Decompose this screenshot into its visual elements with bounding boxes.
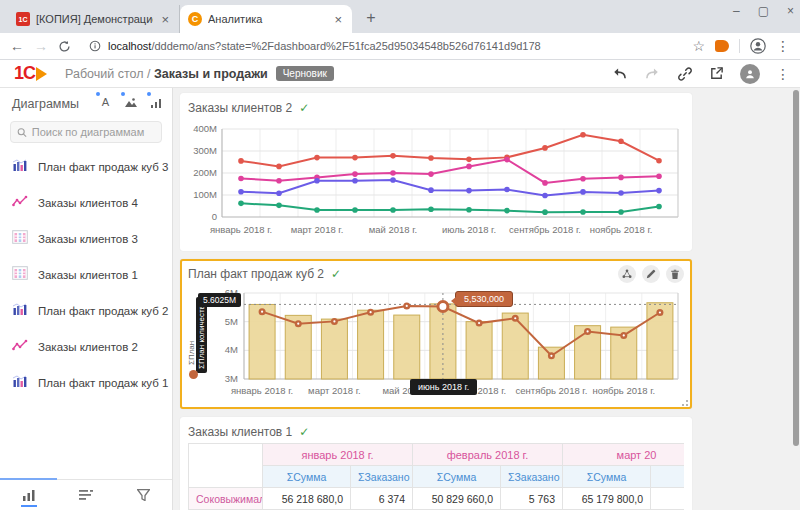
- svg-text:100M: 100M: [193, 189, 217, 200]
- hovered-point[interactable]: [438, 301, 448, 311]
- table-cell: 6 374: [351, 488, 413, 510]
- reload-icon[interactable]: [58, 40, 71, 53]
- svg-text:A: A: [102, 96, 110, 108]
- legend-marker-icon: [189, 370, 198, 379]
- add-image-button[interactable]: [124, 95, 138, 113]
- orders-1-table[interactable]: январь 2018 г.февраль 2018 г.март 20ΣСум…: [188, 443, 684, 510]
- measure-column-header[interactable]: ΣСумма: [413, 466, 501, 488]
- search-input[interactable]: [32, 126, 155, 138]
- plan-bar[interactable]: [502, 313, 528, 379]
- window-close-icon[interactable]: ×: [787, 4, 794, 18]
- svg-text:3M: 3M: [225, 373, 238, 384]
- window-minimize-icon[interactable]: –: [733, 4, 740, 18]
- sidebar-item-1[interactable]: План факт продаж куб 3: [0, 149, 172, 185]
- breadcrumb: Рабочий стол / Заказы и продажи: [65, 67, 268, 81]
- svg-text:400M: 400M: [193, 123, 217, 134]
- browser-menu-icon[interactable]: ⋮: [776, 38, 790, 54]
- breadcrumb-root[interactable]: Рабочий стол: [65, 67, 143, 81]
- link-icon[interactable]: [677, 66, 693, 82]
- measure-column-header[interactable]: ΣСумма: [263, 466, 351, 488]
- table-cell: 56 218 680,0: [263, 488, 351, 510]
- svg-text:ноябрь 2018 г.: ноябрь 2018 г.: [592, 385, 655, 396]
- month-column-header[interactable]: март 20: [563, 444, 685, 466]
- window-maximize-icon[interactable]: ▢: [758, 4, 769, 18]
- sidebar-item-label: Заказы клиентов 2: [38, 341, 138, 353]
- page-info-icon[interactable]: [89, 40, 101, 52]
- plan-bar[interactable]: [358, 310, 384, 379]
- user-avatar[interactable]: [740, 64, 760, 84]
- plan-bar[interactable]: [321, 319, 347, 379]
- plan-bar[interactable]: [538, 347, 564, 379]
- sidebar-item-6[interactable]: Заказы клиентов 2: [0, 329, 172, 365]
- search-icon: [17, 127, 27, 138]
- orders-2-line-chart[interactable]: 0100M200M300M400Mянварь 2018 г.март 2018…: [188, 119, 684, 245]
- tab1-close-icon[interactable]: ×: [159, 12, 171, 27]
- draft-badge: Черновик: [276, 66, 334, 81]
- edit-button[interactable]: [642, 265, 660, 283]
- sidebar-item-5[interactable]: План факт продаж куб 2: [0, 293, 172, 329]
- app-logo-triangle-icon: [36, 67, 47, 81]
- tab2-close-icon[interactable]: ×: [332, 12, 344, 27]
- browser-tab-demo[interactable]: 1С [КОПИЯ] Демонстрационная б ×: [8, 5, 180, 33]
- chart-search[interactable]: [10, 121, 162, 143]
- scrollbar-thumb[interactable]: [793, 90, 799, 446]
- card-orders-1[interactable]: Заказы клиентов 1 ✓ январь 2018 г.феврал…: [180, 417, 692, 510]
- profile-icon[interactable]: [750, 38, 766, 54]
- undo-icon[interactable]: [611, 66, 628, 81]
- plan-bar[interactable]: [466, 322, 492, 379]
- crosshair-x-tooltip: июнь 2018 г.: [410, 379, 477, 395]
- bar-chart-icon: [12, 374, 28, 392]
- delete-button[interactable]: [666, 265, 684, 283]
- svg-text:300M: 300M: [193, 145, 217, 156]
- measure-column-header[interactable]: ΣЗаказано: [501, 466, 563, 488]
- main-scrollbar[interactable]: [792, 88, 800, 510]
- row-label[interactable]: Соковыжималка "…: [189, 488, 263, 510]
- app-logo[interactable]: 1С: [14, 63, 47, 84]
- card-orders-2[interactable]: Заказы клиентов 2 ✓ 0100M200M300M400Mянв…: [180, 93, 692, 251]
- address-bar[interactable]: localhost/dddemo/ans?state=%2Fdashboard%…: [81, 36, 682, 57]
- open-in-new-icon[interactable]: [709, 66, 724, 81]
- tab1-title: [КОПИЯ] Демонстрационная б: [36, 13, 153, 25]
- new-tab-button[interactable]: +: [358, 5, 384, 31]
- dashboard-canvas: Заказы клиентов 2 ✓ 0100M200M300M400Mянв…: [173, 88, 800, 510]
- bar-chart-tab-icon: [22, 489, 36, 501]
- plan-bar[interactable]: [430, 304, 456, 379]
- tab-fields[interactable]: [57, 480, 114, 510]
- redo-icon[interactable]: [644, 66, 661, 81]
- app-menu-icon[interactable]: ⋮: [776, 66, 790, 82]
- bookmark-star-icon[interactable]: ☆: [692, 38, 705, 54]
- sidebar-item-7[interactable]: План факт продаж куб 1: [0, 365, 172, 401]
- browser-toolbar: ← → localhost/dddemo/ans?state=%2Fdashbo…: [0, 33, 800, 60]
- month-column-header[interactable]: январь 2018 г.: [263, 444, 413, 466]
- svg-text:сентябрь 2018 г.: сентябрь 2018 г.: [509, 224, 581, 235]
- resize-handle[interactable]: [680, 398, 688, 406]
- back-icon[interactable]: ←: [10, 39, 24, 53]
- sidebar-item-3[interactable]: Заказы клиентов 3: [0, 221, 172, 257]
- extension-icon[interactable]: [715, 40, 729, 52]
- measure-column-header[interactable]: [651, 466, 685, 488]
- app-logo-text: 1С: [14, 63, 35, 84]
- share-nodes-icon: [622, 269, 632, 279]
- card-planfact-2-title: План факт продаж куб 2: [188, 267, 324, 281]
- tab-filters[interactable]: [115, 480, 172, 510]
- sidebar-item-label: Заказы клиентов 4: [38, 197, 138, 209]
- card-planfact-2[interactable]: План факт продаж куб 2 ✓ 3M4M5M6Mянварь …: [180, 259, 692, 409]
- svg-text:май 2018 г.: май 2018 г.: [369, 224, 417, 235]
- planfact-2-chart-area[interactable]: 3M4M5M6Mянварь 2018 г.март 2018 г.май 20…: [188, 285, 684, 407]
- sidebar-item-4[interactable]: Заказы клиентов 1: [0, 257, 172, 293]
- measure-column-header[interactable]: ΣСумма: [563, 466, 651, 488]
- table-cell: 65 179 800,0: [563, 488, 651, 510]
- measure-column-header[interactable]: ΣЗаказано: [351, 466, 413, 488]
- table-row[interactable]: Соковыжималка "…56 218 680,06 37450 829 …: [189, 488, 685, 510]
- tab-charts[interactable]: [0, 480, 57, 510]
- month-column-header[interactable]: февраль 2018 г.: [413, 444, 563, 466]
- add-text-button[interactable]: A: [99, 95, 112, 113]
- browser-tab-analytics[interactable]: C Аналитика ×: [180, 5, 352, 33]
- line-chart-icon: [12, 194, 28, 212]
- sidebar-item-2[interactable]: Заказы клиентов 4: [0, 185, 172, 221]
- plan-bar[interactable]: [394, 315, 420, 379]
- sidebar-item-label: План факт продаж куб 2: [38, 305, 168, 317]
- forward-icon[interactable]: →: [34, 39, 48, 53]
- add-chart-button[interactable]: [150, 95, 162, 113]
- share-button[interactable]: [618, 265, 636, 283]
